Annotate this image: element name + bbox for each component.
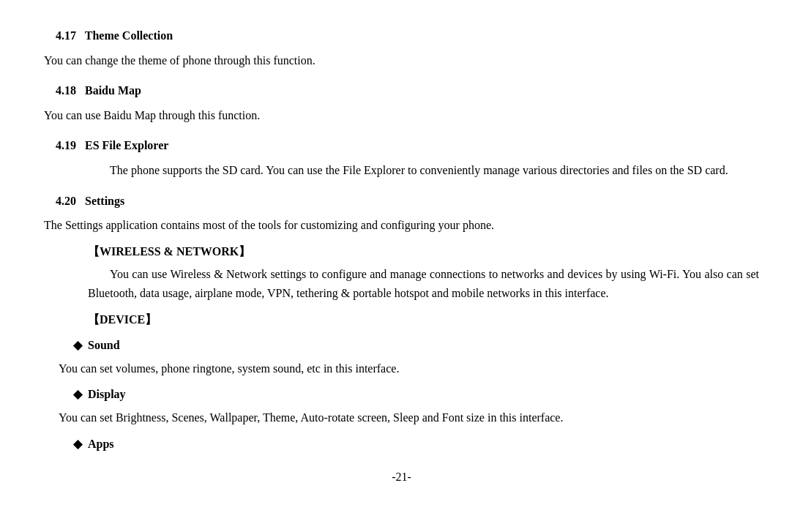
paragraph-417: You can change the theme of phone throug… <box>44 51 759 70</box>
paragraph-418: You can use Baidu Map through this funct… <box>44 106 759 125</box>
subsection-device-heading: 【DEVICE】 <box>44 310 759 329</box>
section-title-417: Theme Collection <box>85 29 173 42</box>
section-num-417: 4.17 <box>56 26 76 45</box>
section-417: 4.17 Theme Collection You can change the… <box>44 26 759 70</box>
section-419: 4.19 ES File Explorer The phone supports… <box>44 136 759 179</box>
heading-419: 4.19 ES File Explorer <box>44 136 759 155</box>
page-number: -21- <box>44 468 759 487</box>
subsection-wireless-body: You can use Wireless & Network settings … <box>44 265 759 302</box>
section-num-419: 4.19 <box>56 136 76 155</box>
section-title-418: Baidu Map <box>85 84 141 97</box>
heading-418: 4.18 Baidu Map <box>44 81 759 100</box>
heading-420: 4.20 Settings <box>44 192 759 211</box>
diamond-display-icon: ◆ <box>73 385 82 404</box>
bullet-display-body: You can set Brightness, Scenes, Wallpape… <box>44 408 759 427</box>
bullet-sound-title: Sound <box>88 336 120 355</box>
section-title-419: ES File Explorer <box>85 139 168 151</box>
section-num-420: 4.20 <box>56 192 76 211</box>
section-num-418: 4.18 <box>56 81 76 100</box>
section-418: 4.18 Baidu Map You can use Baidu Map thr… <box>44 81 759 124</box>
diamond-sound-icon: ◆ <box>73 336 82 355</box>
section-title-420: Settings <box>85 195 124 207</box>
paragraph-419: The phone supports the SD card. You can … <box>44 161 759 180</box>
bullet-apps-title: Apps <box>88 435 114 454</box>
heading-417: 4.17 Theme Collection <box>44 26 759 45</box>
bullet-apps-heading: ◆ Apps <box>44 435 759 454</box>
bullet-display-title: Display <box>88 385 126 404</box>
bullet-display-heading: ◆ Display <box>44 385 759 404</box>
bullet-sound-heading: ◆ Sound <box>44 336 759 355</box>
bullet-sound-body: You can set volumes, phone ringtone, sys… <box>44 359 759 378</box>
diamond-apps-icon: ◆ <box>73 435 82 454</box>
section-420: 4.20 Settings The Settings application c… <box>44 192 759 454</box>
subsection-wireless-heading: 【WIRELESS & NETWORK】 <box>44 242 759 261</box>
paragraph-420-intro: The Settings application contains most o… <box>44 216 759 235</box>
